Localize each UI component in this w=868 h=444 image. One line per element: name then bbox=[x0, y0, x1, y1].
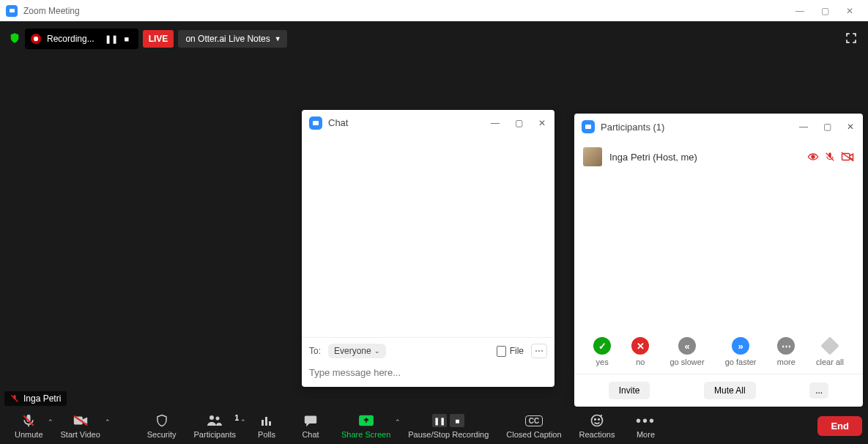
participant-row[interactable]: Inga Petri (Host, me) bbox=[583, 144, 854, 169]
svg-rect-13 bbox=[269, 421, 271, 426]
meeting-control-bar: Unmute ⌃ Start Video ⌃ Security Particip… bbox=[0, 407, 868, 444]
recording-label: Recording... bbox=[47, 34, 94, 44]
microphone-muted-icon bbox=[825, 151, 835, 163]
participants-button[interactable]: Participants 1 ⌃ bbox=[185, 412, 245, 439]
chevron-down-icon: ⌄ bbox=[374, 347, 380, 355]
control-label: Participants bbox=[194, 430, 236, 439]
more-dots-icon: ••• bbox=[636, 412, 656, 429]
chat-to-label: To: bbox=[309, 346, 321, 356]
zoom-app-icon bbox=[309, 116, 322, 130]
live-badge: LIVE bbox=[143, 30, 174, 48]
svg-rect-2 bbox=[842, 154, 850, 160]
microphone-muted-icon bbox=[10, 393, 19, 404]
control-label: Reactions bbox=[579, 430, 615, 439]
more-button[interactable]: ••• More bbox=[623, 412, 667, 439]
closed-caption-button[interactable]: CC Closed Caption bbox=[497, 412, 570, 439]
control-label: Closed Caption bbox=[506, 430, 561, 439]
chat-bubble-icon bbox=[303, 412, 318, 429]
encryption-shield-icon[interactable] bbox=[9, 32, 21, 45]
reaction-more-button[interactable]: ⋯ more bbox=[777, 337, 795, 366]
zoom-app-icon bbox=[582, 120, 595, 133]
fastforward-icon: » bbox=[732, 337, 749, 355]
fullscreen-button[interactable] bbox=[845, 32, 858, 45]
video-off-icon bbox=[73, 412, 89, 429]
share-arrow-icon bbox=[358, 412, 374, 429]
start-video-button[interactable]: Start Video ⌃ bbox=[52, 412, 109, 439]
panel-close-button[interactable]: ✕ bbox=[845, 122, 856, 132]
chat-button[interactable]: Chat bbox=[289, 412, 333, 439]
eraser-icon bbox=[821, 337, 839, 355]
video-off-icon bbox=[841, 152, 854, 162]
unmute-button[interactable]: Unmute ⌃ bbox=[6, 412, 52, 439]
recording-dot-icon bbox=[31, 34, 41, 44]
bar-chart-icon bbox=[260, 412, 273, 429]
panel-maximize-button[interactable]: ▢ bbox=[513, 118, 524, 128]
meeting-area: Recording... ❚❚ ■ LIVE on Otter.ai Live … bbox=[0, 21, 868, 444]
participants-more-button[interactable]: ... bbox=[809, 382, 828, 399]
end-meeting-button[interactable]: End bbox=[817, 416, 862, 436]
chat-file-button[interactable]: File bbox=[497, 346, 524, 357]
reaction-label: no bbox=[636, 358, 645, 366]
chat-panel: Chat — ▢ ✕ To: Everyone ⌄ File bbox=[302, 110, 554, 387]
chevron-up-icon[interactable]: ⌃ bbox=[105, 418, 111, 426]
control-label: More bbox=[637, 430, 655, 439]
reaction-faster-button[interactable]: » go faster bbox=[725, 337, 757, 366]
smiley-icon bbox=[590, 412, 604, 429]
reaction-label: yes bbox=[596, 358, 609, 366]
security-button[interactable]: Security bbox=[138, 412, 185, 439]
window-close-button[interactable]: ✕ bbox=[845, 6, 855, 16]
svg-point-0 bbox=[812, 155, 815, 158]
chat-file-label: File bbox=[510, 346, 524, 356]
recording-indicator-icon bbox=[807, 152, 819, 161]
reaction-slower-button[interactable]: « go slower bbox=[669, 337, 704, 366]
window-maximize-button[interactable]: ▢ bbox=[820, 6, 830, 16]
more-circle-icon: ⋯ bbox=[777, 337, 795, 355]
control-label: Share Screen bbox=[341, 430, 390, 439]
control-label: Pause/Stop Recording bbox=[408, 430, 489, 439]
pause-stop-recording-button[interactable]: ❚❚ ■ Pause/Stop Recording bbox=[399, 412, 497, 439]
live-destination-dropdown[interactable]: on Otter.ai Live Notes ▼ bbox=[178, 30, 286, 48]
zoom-app-icon bbox=[6, 5, 18, 17]
avatar bbox=[583, 147, 602, 166]
recording-pause-button[interactable]: ❚❚ bbox=[105, 34, 116, 44]
svg-point-16 bbox=[595, 419, 596, 421]
participants-panel-title: Participants (1) bbox=[601, 122, 798, 133]
reaction-yes-button[interactable]: ✓ yes bbox=[593, 337, 611, 366]
people-icon bbox=[206, 412, 223, 429]
share-screen-button[interactable]: Share Screen ⌃ bbox=[333, 412, 399, 439]
chat-recipient-value: Everyone bbox=[334, 346, 371, 356]
chat-panel-title: Chat bbox=[328, 117, 490, 128]
microphone-muted-icon bbox=[21, 412, 36, 429]
control-label: Polls bbox=[258, 430, 275, 439]
reactions-button[interactable]: Reactions bbox=[571, 412, 624, 439]
control-label: Start Video bbox=[61, 430, 100, 439]
participants-panel: Participants (1) — ▢ ✕ Inga Petri (Host,… bbox=[574, 114, 863, 407]
panel-maximize-button[interactable]: ▢ bbox=[822, 122, 832, 132]
panel-minimize-button[interactable]: — bbox=[798, 122, 809, 132]
svg-rect-11 bbox=[261, 420, 264, 426]
svg-point-9 bbox=[209, 415, 214, 420]
live-destination-label: on Otter.ai Live Notes bbox=[185, 34, 270, 44]
reaction-clear-button[interactable]: clear all bbox=[816, 337, 844, 366]
self-name-label: Inga Petri bbox=[23, 393, 61, 404]
window-titlebar: Zoom Meeting — ▢ ✕ bbox=[0, 0, 868, 21]
mute-all-button[interactable]: Mute All bbox=[704, 382, 756, 399]
invite-button[interactable]: Invite bbox=[609, 382, 650, 399]
rewind-icon: « bbox=[678, 337, 696, 355]
svg-point-10 bbox=[216, 417, 220, 421]
reaction-label: go faster bbox=[725, 358, 757, 366]
reaction-no-button[interactable]: ✕ no bbox=[631, 337, 649, 366]
file-icon bbox=[497, 346, 506, 357]
chat-recipient-dropdown[interactable]: Everyone ⌄ bbox=[328, 344, 386, 358]
recording-stop-button[interactable]: ■ bbox=[121, 34, 133, 44]
panel-minimize-button[interactable]: — bbox=[490, 118, 500, 128]
control-label: Chat bbox=[302, 430, 319, 439]
self-name-overlay: Inga Petri bbox=[4, 391, 67, 406]
chat-more-button[interactable]: ⋯ bbox=[531, 344, 547, 358]
chat-message-input[interactable] bbox=[309, 364, 547, 381]
polls-button[interactable]: Polls bbox=[245, 412, 289, 439]
window-minimize-button[interactable]: — bbox=[795, 6, 805, 16]
x-circle-icon: ✕ bbox=[631, 337, 649, 355]
panel-close-button[interactable]: ✕ bbox=[537, 118, 547, 128]
control-label: Unmute bbox=[15, 430, 43, 439]
